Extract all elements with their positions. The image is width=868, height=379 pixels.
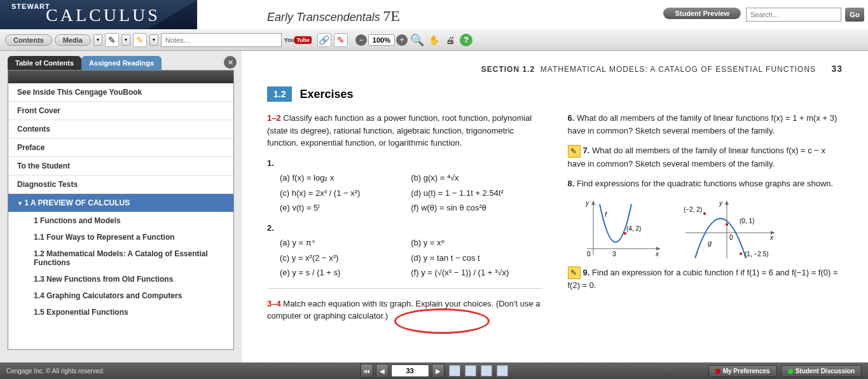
toc-item[interactable]: Preface (8, 139, 233, 157)
toc-item[interactable]: Contents (8, 120, 233, 139)
print-icon[interactable]: 🖨 (443, 33, 457, 47)
my-preferences-button[interactable]: My Preferences (708, 365, 777, 377)
zoom-in-button[interactable]: + (396, 34, 408, 46)
help-button[interactable]: ? (460, 34, 472, 46)
pencil-note-icon[interactable]: ✎ (105, 33, 119, 47)
svg-text:f: f (605, 210, 607, 218)
book-subtitle: Early Transcendentals 7E (267, 8, 400, 25)
svg-point-16 (703, 212, 706, 215)
sidebar: ✕ Table of Contents Assigned Readings Se… (0, 51, 242, 362)
first-page-button[interactable]: ⏮ (361, 364, 373, 378)
section-header: SECTION 1.2 MATHEMATICAL MODELS: A CATAL… (267, 64, 843, 74)
layout-nav-left-icon[interactable] (481, 365, 492, 376)
exercise-heading: Exercises (300, 88, 353, 101)
svg-text:(1, −2.5): (1, −2.5) (745, 251, 769, 258)
svg-point-18 (726, 223, 728, 226)
link-icon[interactable]: 🔗 (317, 33, 331, 47)
brand-calculus: CALCULUS (46, 5, 160, 25)
svg-text:x: x (769, 234, 774, 241)
dropdown-1[interactable]: ▾ (93, 34, 102, 46)
svg-text:0: 0 (729, 234, 733, 241)
page-input[interactable] (391, 364, 429, 377)
right-column: 6. What do all members of the family of … (568, 112, 843, 330)
copyright: Cengage Inc. © All rights reserved. (6, 368, 105, 375)
search-input[interactable] (746, 8, 841, 22)
hand-icon[interactable]: ✋ (427, 33, 441, 47)
highlighter-icon[interactable]: ✎ (133, 33, 147, 47)
next-page-button[interactable]: ▶ (432, 364, 444, 378)
svg-marker-14 (725, 201, 729, 205)
toolbar: Contents Media ▾ ✎ ▾ ✎ ▾ YouTube 🔗 ✎ − 1… (0, 29, 868, 51)
notes-input[interactable] (161, 33, 282, 47)
layout-single-icon[interactable] (449, 365, 460, 376)
svg-text:x: x (655, 251, 659, 258)
svg-text:g: g (708, 239, 712, 247)
svg-text:(4, 2): (4, 2) (626, 225, 641, 232)
contents-button[interactable]: Contents (5, 34, 52, 46)
layout-double-icon[interactable] (465, 365, 476, 376)
prev-page-button[interactable]: ◀ (376, 364, 389, 378)
left-column: 1–2 Classify each function as a power fu… (267, 112, 542, 330)
brand-stewart: STEWART (11, 3, 50, 10)
toc-item[interactable]: Diagnostic Tests (8, 176, 233, 194)
youtube-icon[interactable]: YouTube (284, 34, 315, 46)
toc-item-active[interactable]: 1 A PREVIEW OF CALCULUS (8, 194, 233, 212)
zoom-value: 100% (368, 34, 395, 46)
toc-subitem[interactable]: 1.4 Graphing Calculators and Computers (8, 287, 233, 304)
note-icon[interactable] (568, 266, 581, 279)
tab-table-of-contents[interactable]: Table of Contents (8, 56, 81, 70)
toc-item[interactable]: See Inside This Cengage YouBook (8, 83, 233, 102)
magnifier-icon[interactable]: 🔍 (410, 33, 424, 47)
toc-subitem[interactable]: 1.3 New Functions from Old Functions (8, 271, 233, 287)
zoom-out-button[interactable]: − (355, 34, 367, 46)
annotation-circle (394, 308, 490, 334)
toc-subitem[interactable]: 1.1 Four Ways to Represent a Function (8, 229, 233, 245)
header: STEWART CALCULUS Early Transcendentals 7… (0, 0, 868, 29)
dropdown-3[interactable]: ▾ (149, 34, 158, 46)
footer: Cengage Inc. © All rights reserved. ⏮ ◀ … (0, 362, 868, 379)
svg-point-6 (624, 232, 626, 235)
layout-nav-right-icon[interactable] (497, 365, 508, 376)
dropdown-2[interactable]: ▾ (121, 34, 130, 46)
toc-item[interactable]: Front Cover (8, 102, 233, 120)
svg-text:y: y (719, 200, 723, 207)
page-content: SECTION 1.2 MATHEMATICAL MODELS: A CATAL… (242, 51, 868, 362)
table-of-contents: See Inside This Cengage YouBook Front Co… (8, 70, 234, 350)
svg-point-20 (740, 252, 742, 255)
svg-text:y: y (585, 200, 589, 207)
toc-subitem[interactable]: 1.5 Exponential Functions (8, 304, 233, 320)
student-preview-button[interactable]: Student Preview (663, 8, 741, 19)
svg-text:(−2, 2): (−2, 2) (684, 206, 702, 213)
toc-item[interactable]: To the Student (8, 157, 233, 176)
toc-subitem[interactable]: 1 Functions and Models (8, 212, 233, 229)
page-navigator: ⏮ ◀ ▶ (361, 364, 508, 378)
student-discussion-button[interactable]: Student Discussion (781, 365, 862, 377)
svg-marker-3 (591, 201, 595, 205)
svg-text:(0, 1): (0, 1) (740, 217, 754, 224)
svg-text:0: 0 (587, 251, 591, 258)
tab-assigned-readings[interactable]: Assigned Readings (81, 56, 162, 70)
svg-text:3: 3 (612, 251, 616, 258)
close-sidebar-button[interactable]: ✕ (224, 56, 237, 69)
go-button[interactable]: Go (845, 8, 864, 22)
exercise-section-num: 1.2 (267, 86, 292, 102)
quadratic-graphs: f (4, 2) 0 3 x y (581, 198, 843, 261)
toc-subitem[interactable]: 1.2 Mathematical Models: A Catalog of Es… (8, 245, 233, 271)
page-number: 33 (831, 64, 843, 74)
note-icon[interactable] (568, 145, 581, 158)
popup-highlighter-icon[interactable]: ✎ (334, 33, 348, 47)
media-button[interactable]: Media (55, 34, 91, 46)
